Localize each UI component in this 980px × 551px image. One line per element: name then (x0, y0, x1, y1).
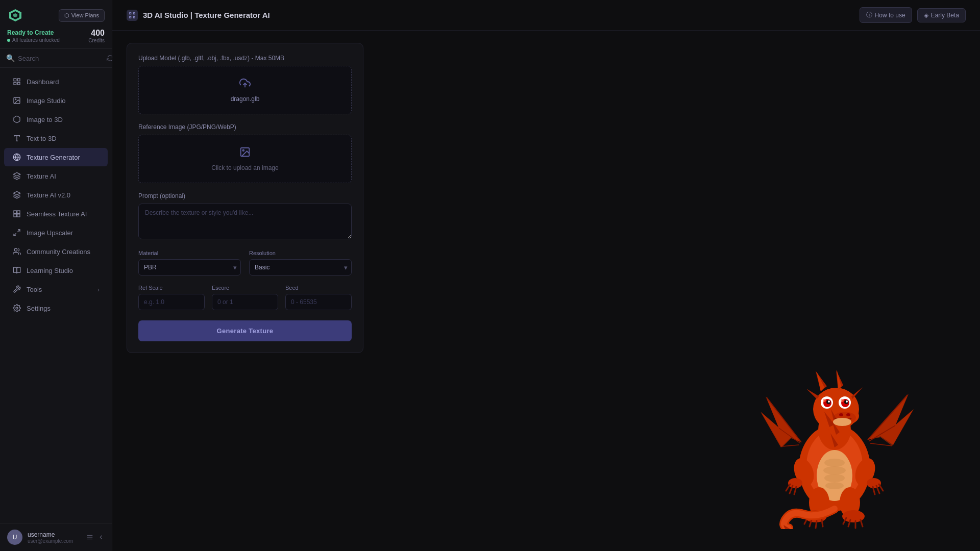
svg-point-78 (825, 482, 844, 489)
logo-row: ⬡ View Plans (7, 7, 105, 23)
material-select-wrapper: PBR Unlit Standard ▾ (138, 259, 241, 276)
status-dot (7, 39, 10, 42)
nav-label-texture-ai-v2: Texture AI v2.0 (27, 191, 70, 199)
seed-input[interactable] (285, 294, 352, 310)
tools-chevron-icon: › (97, 286, 100, 293)
nav-label-texture-generator: Texture Generator (27, 154, 80, 161)
beta-icon: ◈ (924, 12, 928, 19)
material-label: Material (138, 250, 241, 256)
credits-right: 400 Credits (88, 29, 105, 43)
all-features: All features unlocked (7, 37, 60, 43)
ref-scale-input[interactable] (138, 294, 205, 310)
sidebar-item-texture-ai-v2[interactable]: Texture AI v2.0 (4, 186, 108, 204)
user-info: username user@example.com (28, 531, 81, 544)
grid-icon (12, 77, 21, 86)
generate-texture-button[interactable]: Generate Texture (138, 320, 352, 341)
dragon-illustration (755, 345, 919, 529)
svg-rect-5 (14, 82, 16, 85)
learning-icon (12, 266, 21, 275)
nav-label-text-to-3d: Text to 3D (27, 135, 57, 142)
search-row: 🔍 (0, 49, 112, 68)
resolution-label: Resolution (249, 250, 352, 256)
svg-line-17 (17, 230, 20, 232)
nav-label-seamless: Seamless Texture AI (27, 210, 87, 218)
material-select[interactable]: PBR Unlit Standard (138, 259, 241, 276)
escore-input[interactable] (212, 294, 278, 310)
seed-label: Seed (285, 285, 352, 291)
svg-point-8 (15, 99, 16, 100)
search-icon: 🔍 (6, 54, 15, 62)
svg-rect-27 (133, 16, 135, 18)
texture-ai-icon (12, 171, 21, 181)
collapse-sidebar-button[interactable] (97, 534, 105, 541)
sidebar-bottom: U username user@example.com (0, 523, 112, 551)
resolution-group: Resolution Basic Medium High Ultra ▾ (249, 250, 352, 276)
svg-rect-24 (130, 12, 131, 14)
sidebar-item-upscaler[interactable]: Image Upscaler (4, 223, 108, 242)
upload-model-label: Upload Model (.glb, .gltf, .obj, .fbx, .… (138, 55, 352, 62)
sidebar-item-settings[interactable]: Settings (4, 299, 108, 317)
svg-point-63 (788, 478, 802, 488)
svg-rect-13 (14, 211, 16, 213)
sidebar-item-image-studio[interactable]: Image Studio (4, 91, 108, 110)
info-icon: ⓘ (866, 11, 872, 19)
cube-icon (12, 115, 21, 124)
sidebar-item-community[interactable]: Community Creations (4, 242, 108, 261)
svg-point-39 (846, 413, 850, 416)
svg-rect-14 (17, 211, 20, 213)
nav-label-dashboard: Dashboard (27, 78, 59, 86)
sidebar-item-text-to-3d[interactable]: Text to 3D (4, 129, 108, 147)
sidebar-item-seamless[interactable]: Seamless Texture AI (4, 205, 108, 223)
text-icon (12, 134, 21, 143)
seed-group: Seed (285, 285, 352, 310)
tools-icon (12, 285, 21, 294)
view-plans-label: View Plans (71, 12, 99, 18)
ref-scale-label: Ref Scale (138, 285, 205, 291)
nav-label-learning: Learning Studio (27, 267, 73, 274)
material-resolution-row: Material PBR Unlit Standard ▾ Resolution (138, 250, 352, 276)
svg-point-19 (14, 248, 17, 251)
sidebar-item-texture-generator[interactable]: Texture Generator (4, 148, 108, 166)
svg-point-75 (824, 459, 845, 467)
svg-point-38 (839, 413, 843, 416)
nav-label-tools: Tools (27, 286, 42, 293)
main-header: 3D AI Studio | Texture Generator AI ⓘ Ho… (112, 0, 980, 31)
svg-point-46 (828, 400, 830, 403)
svg-rect-6 (17, 82, 20, 85)
upload-model-dropzone[interactable]: dragon.glb (138, 66, 352, 114)
content-area: Upload Model (.glb, .gltf, .obj, .fbx, .… (112, 31, 980, 551)
search-input[interactable] (18, 55, 104, 62)
resolution-select[interactable]: Basic Medium High Ultra (249, 259, 352, 276)
header-actions: ⓘ How to use ◈ Early Beta (860, 7, 966, 23)
community-icon (12, 247, 21, 256)
svg-rect-25 (133, 12, 135, 14)
escore-group: Escore (212, 285, 278, 310)
sidebar-item-texture-ai[interactable]: Texture AI (4, 167, 108, 185)
sidebar-bottom-icons (86, 534, 105, 541)
how-to-use-button[interactable]: ⓘ How to use (860, 7, 912, 23)
svg-point-49 (841, 399, 844, 402)
svg-point-47 (846, 400, 848, 403)
reference-image-placeholder: Click to upload an image (211, 164, 278, 171)
advanced-inputs-row: Ref Scale Escore Seed (138, 285, 352, 310)
sidebar-item-learning[interactable]: Learning Studio (4, 261, 108, 280)
early-beta-button[interactable]: ◈ Early Beta (917, 8, 966, 22)
generate-texture-label: Generate Texture (217, 327, 274, 335)
credits-amount: 400 (88, 29, 105, 38)
reference-image-dropzone[interactable]: Click to upload an image (138, 135, 352, 183)
svg-rect-16 (17, 214, 20, 217)
svg-point-30 (242, 149, 244, 151)
reference-image-section: Reference Image (JPG/PNG/WebP) Click to … (138, 123, 352, 183)
view-plans-button[interactable]: ⬡ View Plans (59, 9, 105, 22)
prompt-section: Prompt (optional) (138, 192, 352, 241)
settings-bottom-button[interactable] (86, 534, 93, 541)
sidebar-item-image-to-3d[interactable]: Image to 3D (4, 110, 108, 129)
sidebar-item-dashboard[interactable]: Dashboard (4, 72, 108, 91)
form-panel: Upload Model (.glb, .gltf, .obj, .fbx, .… (112, 31, 378, 551)
prompt-textarea[interactable] (138, 204, 352, 239)
beta-label: Early Beta (931, 12, 959, 19)
nav-label-texture-ai: Texture AI (27, 172, 56, 180)
sidebar-item-tools[interactable]: Tools › (4, 280, 108, 298)
svg-line-61 (870, 443, 892, 446)
title-icon (127, 10, 138, 21)
